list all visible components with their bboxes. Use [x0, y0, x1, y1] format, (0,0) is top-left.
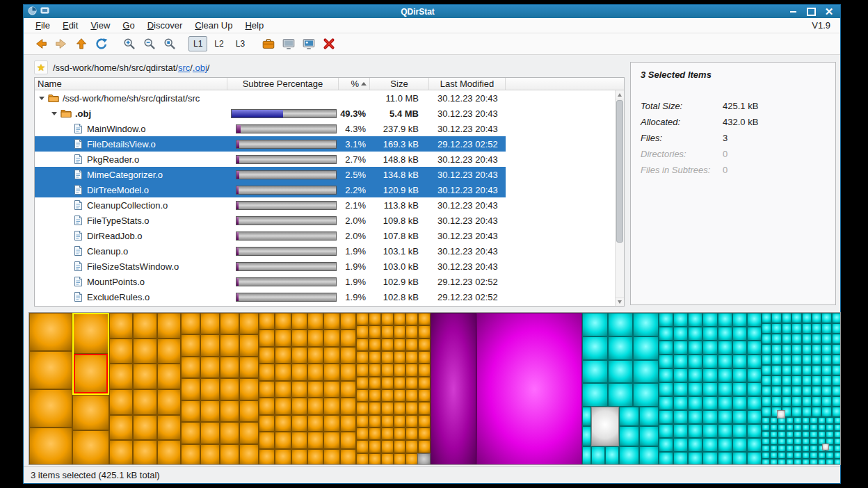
treemap-tile[interactable] [181, 357, 200, 378]
treemap-tile[interactable] [673, 396, 688, 410]
treemap-tile[interactable] [220, 334, 239, 356]
treemap-tile[interactable] [157, 440, 181, 465]
treemap-tile[interactable] [673, 410, 688, 424]
treemap-tile[interactable] [356, 428, 369, 440]
treemap-tile[interactable] [762, 365, 771, 375]
table-row[interactable]: PkgReader.o2.7%148.8 kB30.12.23 20:43 [35, 152, 615, 167]
treemap-tile[interactable] [181, 400, 200, 422]
treemap-tile[interactable] [181, 422, 200, 444]
treemap-tile[interactable] [747, 355, 762, 368]
treemap-tile[interactable] [802, 323, 812, 334]
treemap-tile[interactable] [239, 357, 259, 378]
treemap-tile[interactable] [732, 368, 747, 382]
treemap-tile[interactable] [291, 381, 307, 398]
treemap-tile[interactable] [771, 365, 781, 375]
treemap-tile[interactable] [718, 410, 732, 424]
treemap-tile[interactable] [356, 339, 369, 351]
table-row[interactable]: MainWindow.o4.3%237.9 kB30.12.23 20:43 [35, 121, 615, 136]
treemap-tile[interactable] [405, 377, 418, 389]
treemap-tile[interactable] [307, 398, 323, 414]
treemap-tile[interactable] [633, 313, 659, 336]
treemap-tile[interactable] [794, 431, 802, 438]
treemap-tile[interactable] [133, 440, 156, 465]
treemap-tile[interactable] [810, 431, 818, 438]
minimize-button[interactable] [786, 6, 800, 17]
treemap-tile[interactable] [762, 375, 771, 386]
treemap-tile[interactable] [418, 415, 431, 428]
treemap-tile[interactable] [405, 351, 418, 364]
treemap-tile[interactable] [688, 327, 702, 341]
up-button[interactable] [72, 35, 90, 53]
treemap-tile[interactable] [381, 389, 394, 402]
treemap-tile[interactable] [688, 410, 702, 424]
menu-go[interactable]: Go [116, 19, 140, 32]
treemap-tile[interactable] [109, 415, 133, 441]
treemap-tile[interactable] [307, 364, 323, 380]
treemap-tile[interactable] [770, 438, 778, 445]
treemap-tile[interactable] [109, 364, 133, 389]
menu-help[interactable]: Help [239, 19, 270, 32]
treemap-tile[interactable] [826, 424, 834, 431]
treemap-tile[interactable] [259, 313, 275, 330]
treemap-tile[interactable] [659, 452, 673, 465]
treemap-tile[interactable] [718, 438, 732, 452]
treemap-tile[interactable] [782, 396, 791, 407]
treemap-tile[interactable] [702, 368, 717, 382]
treemap-tile[interactable] [323, 398, 339, 414]
treemap-tile[interactable] [832, 334, 841, 344]
treemap-tile[interactable] [369, 351, 381, 364]
treemap-tile[interactable] [834, 445, 842, 452]
treemap-tile[interactable] [786, 445, 794, 452]
treemap-tile[interactable] [639, 407, 659, 426]
treemap-tile[interactable] [802, 424, 810, 431]
treemap-tile[interactable] [659, 410, 673, 424]
treemap-tile[interactable] [181, 334, 200, 356]
treemap-tile[interactable] [381, 325, 394, 338]
treemap-tile[interactable] [688, 396, 702, 410]
treemap-tile[interactable] [821, 365, 831, 375]
treemap-tile[interactable] [812, 334, 821, 344]
treemap-tile[interactable] [812, 313, 821, 323]
treemap-image-button[interactable] [300, 35, 318, 53]
treemap-tile[interactable] [239, 444, 259, 465]
scroll-up-icon[interactable] [616, 90, 624, 99]
treemap-tile[interactable] [381, 339, 394, 351]
treemap-tile[interactable] [200, 313, 220, 334]
layout-l3-button[interactable]: L3 [231, 36, 250, 51]
treemap-tile[interactable] [29, 351, 72, 389]
treemap-tile[interactable] [394, 325, 406, 338]
treemap-tile[interactable] [275, 432, 291, 448]
treemap-tile[interactable] [418, 389, 431, 402]
treemap-tile[interactable] [394, 364, 406, 376]
treemap-tile[interactable] [732, 452, 747, 465]
treemap-tile[interactable] [394, 351, 406, 364]
treemap-tile[interactable] [762, 313, 771, 323]
treemap-tile[interactable] [762, 417, 770, 424]
treemap-tile[interactable] [771, 396, 781, 407]
treemap-tile[interactable] [771, 375, 781, 386]
treemap-tile[interactable] [821, 323, 831, 334]
treemap-tile[interactable] [826, 459, 834, 465]
table-row[interactable]: FileSizeStatsWindow.o1.9%103.0 kB30.12.2… [35, 259, 615, 274]
treemap-tile[interactable] [369, 377, 381, 389]
treemap-tile[interactable] [418, 377, 431, 389]
treemap-tile[interactable] [356, 402, 369, 414]
treemap-tile[interactable] [802, 375, 812, 386]
treemap-tile[interactable] [220, 313, 239, 334]
treemap-tile[interactable] [220, 444, 239, 465]
treemap-tile[interactable] [802, 365, 812, 375]
treemap-tile[interactable] [633, 336, 659, 360]
treemap-tile[interactable] [291, 313, 307, 330]
treemap-tile[interactable] [394, 453, 406, 465]
treemap-tile[interactable] [394, 402, 406, 414]
treemap-tile[interactable] [770, 459, 778, 465]
table-row[interactable]: FileDetailsView.o3.1%169.3 kB29.12.23 02… [35, 136, 615, 152]
treemap-tile[interactable] [356, 389, 369, 402]
treemap-tile[interactable] [832, 355, 841, 365]
treemap-tile[interactable] [239, 400, 259, 422]
treemap-tile[interactable] [782, 334, 791, 344]
treemap-tile[interactable] [688, 341, 702, 355]
treemap-tile[interactable] [762, 344, 771, 355]
treemap-tile[interactable] [394, 428, 406, 440]
treemap-tile[interactable] [220, 357, 239, 378]
